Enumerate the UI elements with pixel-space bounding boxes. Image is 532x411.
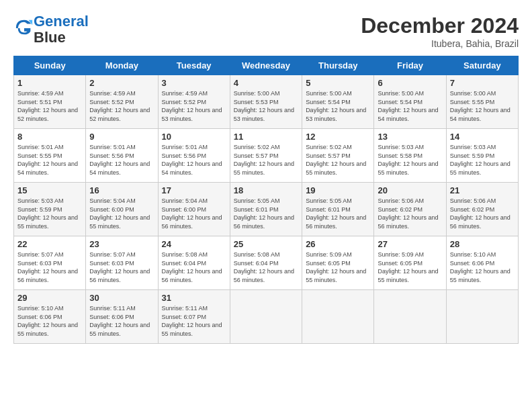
logo-icon [15, 19, 34, 38]
table-row: 28Sunrise: 5:10 AMSunset: 6:06 PMDayligh… [446, 236, 518, 290]
table-row: 8Sunrise: 5:01 AMSunset: 5:55 PMDaylight… [14, 129, 86, 183]
location: Itubera, Bahia, Brazil [361, 38, 519, 49]
col-tuesday: Tuesday [158, 56, 230, 75]
table-row: 13Sunrise: 5:03 AMSunset: 5:58 PMDayligh… [374, 129, 446, 183]
table-row: 29Sunrise: 5:10 AMSunset: 6:06 PMDayligh… [14, 290, 86, 344]
table-row [446, 290, 518, 344]
table-row: 4Sunrise: 5:00 AMSunset: 5:53 PMDaylight… [230, 75, 302, 129]
calendar-row: 22Sunrise: 5:07 AMSunset: 6:03 PMDayligh… [14, 236, 519, 290]
table-row: 12Sunrise: 5:02 AMSunset: 5:57 PMDayligh… [302, 129, 374, 183]
table-row: 26Sunrise: 5:09 AMSunset: 6:05 PMDayligh… [302, 236, 374, 290]
calendar-table: Sunday Monday Tuesday Wednesday Thursday… [13, 56, 519, 344]
table-row: 17Sunrise: 5:04 AMSunset: 6:00 PMDayligh… [158, 183, 230, 236]
calendar-header-row: Sunday Monday Tuesday Wednesday Thursday… [14, 56, 519, 75]
table-row: 10Sunrise: 5:01 AMSunset: 5:56 PMDayligh… [158, 129, 230, 183]
table-row: 1Sunrise: 4:59 AMSunset: 5:51 PMDaylight… [14, 75, 86, 129]
calendar-row: 29Sunrise: 5:10 AMSunset: 6:06 PMDayligh… [14, 290, 519, 344]
col-thursday: Thursday [302, 56, 374, 75]
table-row: 3Sunrise: 4:59 AMSunset: 5:52 PMDaylight… [158, 75, 230, 129]
col-wednesday: Wednesday [230, 56, 302, 75]
table-row: 24Sunrise: 5:08 AMSunset: 6:04 PMDayligh… [158, 236, 230, 290]
table-row: 11Sunrise: 5:02 AMSunset: 5:57 PMDayligh… [230, 129, 302, 183]
table-row: 14Sunrise: 5:03 AMSunset: 5:59 PMDayligh… [446, 129, 518, 183]
table-row [374, 290, 446, 344]
page-header: General Blue December 2024 Itubera, Bahi… [13, 13, 519, 49]
table-row: 27Sunrise: 5:09 AMSunset: 6:05 PMDayligh… [374, 236, 446, 290]
table-row: 30Sunrise: 5:11 AMSunset: 6:06 PMDayligh… [86, 290, 158, 344]
table-row [302, 290, 374, 344]
table-row [230, 290, 302, 344]
table-row: 9Sunrise: 5:01 AMSunset: 5:56 PMDaylight… [86, 129, 158, 183]
col-friday: Friday [374, 56, 446, 75]
logo-text: General Blue [34, 13, 89, 46]
table-row: 2Sunrise: 4:59 AMSunset: 5:52 PMDaylight… [86, 75, 158, 129]
table-row: 25Sunrise: 5:08 AMSunset: 6:04 PMDayligh… [230, 236, 302, 290]
title-block: December 2024 Itubera, Bahia, Brazil [361, 13, 519, 49]
table-row: 31Sunrise: 5:11 AMSunset: 6:07 PMDayligh… [158, 290, 230, 344]
table-row: 7Sunrise: 5:00 AMSunset: 5:55 PMDaylight… [446, 75, 518, 129]
table-row: 18Sunrise: 5:05 AMSunset: 6:01 PMDayligh… [230, 183, 302, 236]
table-row: 19Sunrise: 5:05 AMSunset: 6:01 PMDayligh… [302, 183, 374, 236]
col-sunday: Sunday [14, 56, 86, 75]
table-row: 23Sunrise: 5:07 AMSunset: 6:03 PMDayligh… [86, 236, 158, 290]
logo: General Blue [13, 13, 89, 46]
calendar-row: 1Sunrise: 4:59 AMSunset: 5:51 PMDaylight… [14, 75, 519, 129]
table-row: 16Sunrise: 5:04 AMSunset: 6:00 PMDayligh… [86, 183, 158, 236]
table-row: 21Sunrise: 5:06 AMSunset: 6:02 PMDayligh… [446, 183, 518, 236]
calendar-row: 8Sunrise: 5:01 AMSunset: 5:55 PMDaylight… [14, 129, 519, 183]
month-title: December 2024 [361, 13, 519, 38]
calendar-row: 15Sunrise: 5:03 AMSunset: 5:59 PMDayligh… [14, 183, 519, 236]
col-saturday: Saturday [446, 56, 518, 75]
table-row: 5Sunrise: 5:00 AMSunset: 5:54 PMDaylight… [302, 75, 374, 129]
table-row: 22Sunrise: 5:07 AMSunset: 6:03 PMDayligh… [14, 236, 86, 290]
table-row: 15Sunrise: 5:03 AMSunset: 5:59 PMDayligh… [14, 183, 86, 236]
col-monday: Monday [86, 56, 158, 75]
table-row: 6Sunrise: 5:00 AMSunset: 5:54 PMDaylight… [374, 75, 446, 129]
table-row: 20Sunrise: 5:06 AMSunset: 6:02 PMDayligh… [374, 183, 446, 236]
